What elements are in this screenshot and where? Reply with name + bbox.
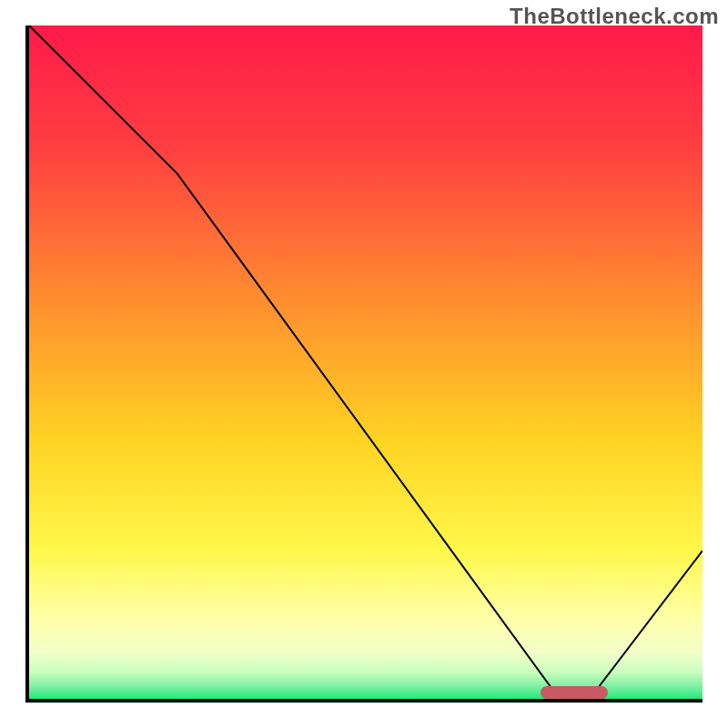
watermark-text: TheBottleneck.com bbox=[510, 4, 719, 29]
plot-area bbox=[25, 25, 703, 703]
optimal-range-marker bbox=[541, 686, 608, 699]
bottleneck-chart: TheBottleneck.com bbox=[0, 0, 728, 728]
bottleneck-curve bbox=[29, 25, 703, 699]
